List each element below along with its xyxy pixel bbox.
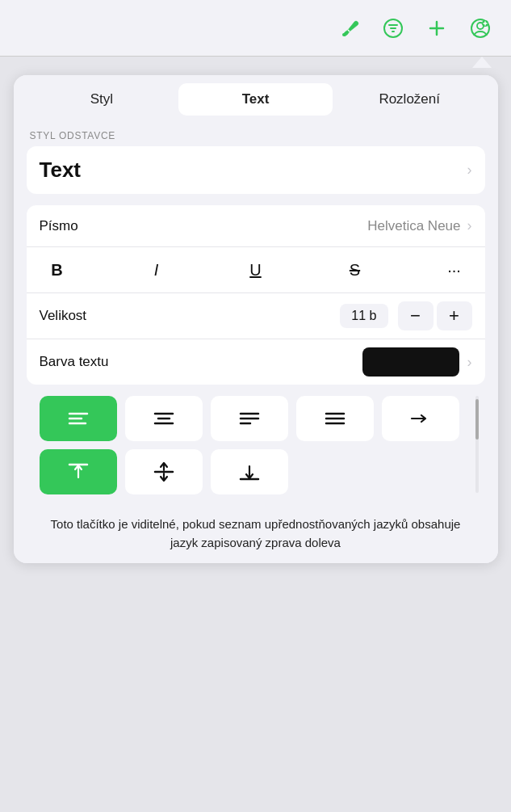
tab-styl[interactable]: Styl <box>25 83 179 116</box>
color-chevron: › <box>467 354 472 371</box>
format-panel: Styl Text Rozložení STYL ODSTAVCE Text ›… <box>14 75 498 563</box>
align-center-button[interactable] <box>125 396 203 441</box>
align-scroll-bar <box>475 396 479 493</box>
color-row[interactable]: Barva textu › <box>27 339 485 385</box>
footer-text: Toto tlačítko je viditelné, pokud seznam… <box>27 503 485 563</box>
size-value: 11 b <box>340 304 387 328</box>
align-justify-left-button[interactable] <box>211 396 288 441</box>
size-label: Velikost <box>40 308 341 324</box>
vertical-align-row <box>40 449 472 494</box>
size-row: Velikost 11 b − + <box>27 293 485 339</box>
paintbrush-icon[interactable] <box>335 14 364 43</box>
tab-rozlozeni[interactable]: Rozložení <box>333 83 487 116</box>
add-icon[interactable] <box>422 14 451 43</box>
align-scroll-thumb <box>475 399 479 440</box>
color-label: Barva textu <box>40 354 362 370</box>
panel-body: STYL ODSTAVCE Text › Písmo Helvetica Neu… <box>14 116 498 563</box>
font-value: Helvetica Neue <box>367 218 460 234</box>
panel-arrow <box>472 57 492 68</box>
italic-button[interactable]: I <box>139 255 174 284</box>
valign-middle-button[interactable] <box>125 449 203 494</box>
bold-button[interactable]: B <box>40 255 75 284</box>
valign-bottom-button[interactable] <box>211 449 288 494</box>
tab-bar: Styl Text Rozložení <box>14 75 498 116</box>
alignment-section <box>27 396 485 494</box>
align-left-button[interactable] <box>40 396 117 441</box>
paragraph-style-chevron: › <box>467 162 472 179</box>
font-chevron: › <box>467 217 472 234</box>
paragraph-style-row[interactable]: Text › <box>27 146 485 194</box>
tab-text[interactable]: Text <box>178 83 333 116</box>
valign-top-button[interactable] <box>40 449 117 494</box>
align-justify-button[interactable] <box>296 396 374 441</box>
color-swatch <box>362 347 459 377</box>
user-icon[interactable] <box>466 14 495 43</box>
size-increase-button[interactable]: + <box>437 301 472 330</box>
horizontal-align-row <box>40 396 472 441</box>
font-card: Písmo Helvetica Neue › B I U S ··· Velik… <box>27 205 485 385</box>
top-toolbar <box>0 0 511 57</box>
size-decrease-button[interactable]: − <box>398 301 434 330</box>
more-button[interactable]: ··· <box>437 255 472 284</box>
paragraph-style-card: Text › <box>27 146 485 194</box>
align-rtl-button[interactable] <box>382 396 459 441</box>
underline-button[interactable]: U <box>238 255 274 284</box>
paragraph-style-section-label: STYL ODSTAVCE <box>27 130 485 141</box>
strikethrough-button[interactable]: S <box>337 255 373 284</box>
paragraph-style-value: Text <box>40 158 82 183</box>
svg-point-0 <box>342 33 346 36</box>
font-label: Písmo <box>40 218 368 234</box>
format-row: B I U S ··· <box>27 247 485 293</box>
filter-icon[interactable] <box>379 14 408 43</box>
font-row[interactable]: Písmo Helvetica Neue › <box>27 205 485 247</box>
